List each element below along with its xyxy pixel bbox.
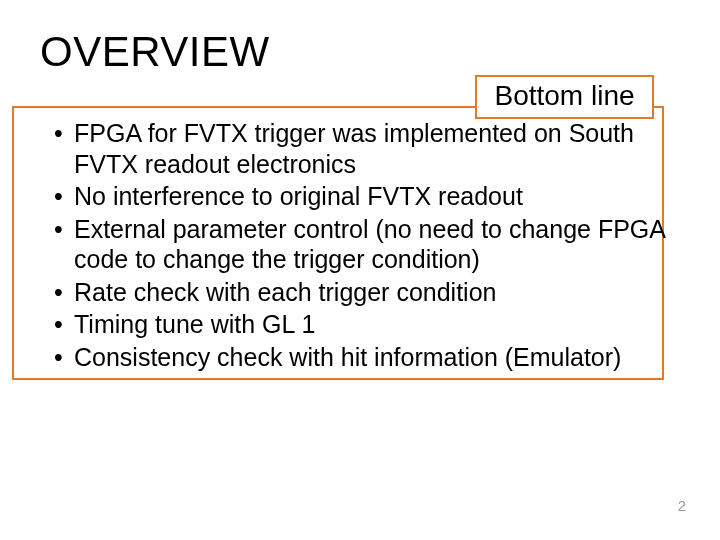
page-number: 2 [678, 497, 686, 514]
list-item: Timing tune with GL 1 [54, 309, 674, 340]
list-item: External parameter control (no need to c… [54, 214, 674, 275]
slide-title: OVERVIEW [40, 28, 270, 76]
list-item: No interference to original FVTX readout [54, 181, 674, 212]
slide: OVERVIEW Bottom line FPGA for FVTX trigg… [0, 0, 720, 540]
list-item: Consistency check with hit information (… [54, 342, 674, 373]
body-text: FPGA for FVTX trigger was implemented on… [54, 118, 674, 374]
list-item: Rate check with each trigger condition [54, 277, 674, 308]
bullet-list: FPGA for FVTX trigger was implemented on… [54, 118, 674, 372]
list-item: FPGA for FVTX trigger was implemented on… [54, 118, 674, 179]
callout-box: Bottom line [475, 75, 654, 119]
